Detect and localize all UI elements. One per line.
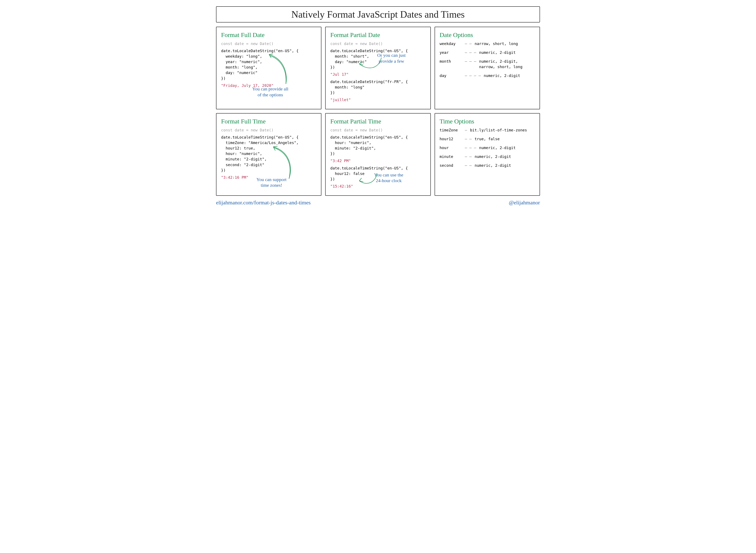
panel-time-options: Time Options timeZone — bit.ly/list-of-t… (435, 113, 540, 196)
options-table: weekday — — narrow, short, long year — —… (440, 41, 535, 78)
option-key: month (440, 59, 465, 70)
option-dash: — — (465, 163, 475, 168)
option-row: weekday — — narrow, short, long (440, 41, 535, 47)
option-row: year — — — numeric, 2-digit (440, 50, 535, 55)
option-values: narrow, short, long (474, 41, 535, 47)
panel-heading: Time Options (440, 118, 535, 125)
option-dash: — — — — (465, 73, 484, 78)
panel-date-options: Date Options weekday — — narrow, short, … (435, 27, 540, 109)
option-key: year (440, 50, 465, 55)
code-output: "15:42:16" (330, 183, 426, 189)
code-block: date.toLocaleDateString("en-US", { weekd… (221, 48, 316, 81)
option-key: hour (440, 145, 465, 151)
code-output: "3:42:16 PM" (221, 175, 316, 180)
footer-handle: @elijahmanor (509, 200, 540, 206)
footer: elijahmanor.com/format-js-dates-and-time… (216, 200, 540, 206)
panel-heading: Format Full Date (221, 31, 316, 38)
panel-format-full-date: Format Full Date const date = new Date()… (216, 27, 321, 109)
panel-heading: Format Partial Time (330, 118, 426, 125)
panel-heading: Date Options (440, 31, 535, 38)
title-box: Natively Format JavaScript Dates and Tim… (216, 6, 540, 22)
option-row: day — — — — numeric, 2-digit (440, 73, 535, 78)
option-dash: — — — (465, 59, 479, 70)
option-row: timeZone — bit.ly/list-of-time-zones (440, 128, 535, 133)
options-table: timeZone — bit.ly/list-of-time-zones hou… (440, 128, 535, 168)
option-row: month — — — numeric, 2-digit, narrow, sh… (440, 59, 535, 70)
code-block: date.toLocaleTimeString("en-US", { hour1… (330, 165, 426, 182)
option-key: timeZone (440, 128, 465, 133)
option-values: bit.ly/list-of-time-zones (470, 128, 535, 133)
panel-format-partial-time: Format Partial Time const date = new Dat… (325, 113, 431, 196)
option-values: true, false (474, 136, 535, 142)
panel-grid: Format Full Date const date = new Date()… (216, 27, 540, 196)
code-output: "juillet" (330, 97, 426, 103)
code-block: date.toLocaleDateString("en-US", { month… (330, 48, 426, 70)
option-key: hour12 (440, 136, 465, 142)
panel-heading: Format Partial Date (330, 31, 426, 38)
option-dash: — — — (465, 50, 479, 55)
option-dash: — — — (465, 145, 479, 151)
code-declaration: const date = new Date() (221, 128, 316, 133)
code-output: "Jul 17" (330, 72, 426, 77)
code-block: date.toLocaleTimeString("en-US", { hour:… (330, 135, 426, 156)
page: Natively Format JavaScript Dates and Tim… (216, 6, 540, 206)
option-dash: — — (465, 154, 475, 159)
code-declaration: const date = new Date() (330, 41, 426, 47)
option-key: day (440, 73, 465, 78)
footer-url: elijahmanor.com/format-js-dates-and-time… (216, 200, 311, 206)
panel-format-partial-date: Format Partial Date const date = new Dat… (325, 27, 431, 109)
option-dash: — — (465, 136, 475, 142)
code-output: "3:42 PM" (330, 158, 426, 164)
option-row: second — — numeric, 2-digit (440, 163, 535, 168)
code-block: date.toLocaleDateString("fr-FR", { month… (330, 79, 426, 95)
page-title: Natively Format JavaScript Dates and Tim… (221, 9, 535, 20)
code-output: "Friday, July 17, 2020" (221, 83, 316, 88)
option-values: numeric, 2-digit, narrow, short, long (479, 59, 535, 70)
code-block: date.toLocaleTimeString("en-US", { timeZ… (221, 135, 316, 173)
option-row: minute — — numeric, 2-digit (440, 154, 535, 159)
option-dash: — (465, 128, 470, 133)
option-values: numeric, 2-digit (479, 145, 535, 151)
panel-heading: Format Full Time (221, 118, 316, 125)
option-row: hour12 — — true, false (440, 136, 535, 142)
option-key: second (440, 163, 465, 168)
code-declaration: const date = new Date() (221, 41, 316, 47)
option-values: numeric, 2-digit (474, 163, 535, 168)
option-values: numeric, 2-digit (479, 50, 535, 55)
code-declaration: const date = new Date() (330, 128, 426, 133)
option-values: numeric, 2-digit (474, 154, 535, 159)
option-row: hour — — — numeric, 2-digit (440, 145, 535, 151)
option-dash: — — (465, 41, 475, 47)
panel-format-full-time: Format Full Time const date = new Date()… (216, 113, 321, 196)
option-values: numeric, 2-digit (484, 73, 535, 78)
option-key: weekday (440, 41, 465, 47)
option-key: minute (440, 154, 465, 159)
